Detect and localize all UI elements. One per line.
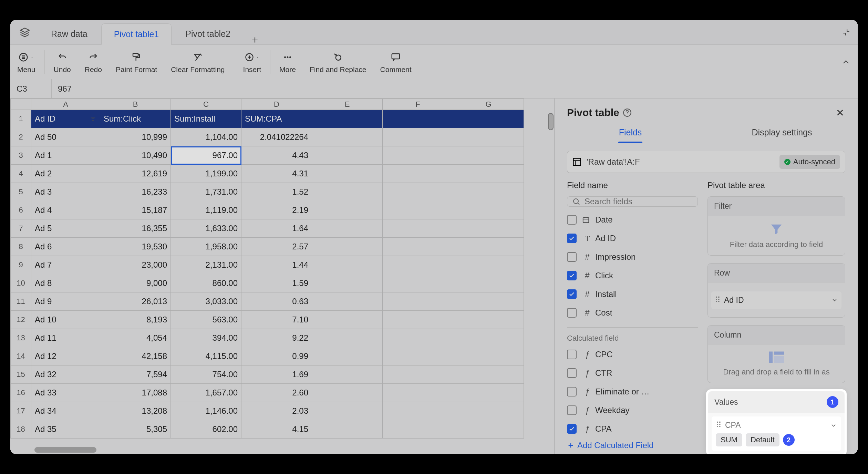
field-name: Date	[595, 215, 613, 225]
field-row[interactable]: ƒ CPA	[567, 421, 698, 436]
field-name: CPC	[595, 350, 613, 359]
field-row[interactable]: T Ad ID	[567, 231, 698, 246]
paint-format-button[interactable]: Paint Format	[109, 45, 164, 79]
checkbox[interactable]	[567, 234, 577, 243]
filter-zone[interactable]: Filter Filter data according to field	[707, 196, 845, 256]
field-type-icon: T	[582, 234, 592, 243]
data-source-range[interactable]: 'Raw data'!A:F ✓Auto-synced	[567, 151, 845, 173]
checkbox[interactable]	[567, 387, 577, 396]
checkbox[interactable]	[567, 424, 577, 434]
tab-raw-data[interactable]: Raw data	[39, 23, 100, 44]
checkbox[interactable]	[567, 350, 577, 359]
calculated-field-label: Calculated field	[567, 327, 698, 343]
field-row[interactable]: # Install	[567, 287, 698, 302]
field-row[interactable]: # Impression	[567, 249, 698, 265]
drag-icon: ⠿	[716, 421, 722, 430]
svg-point-11	[284, 56, 286, 58]
svg-marker-0	[21, 28, 29, 32]
funnel-icon	[769, 222, 783, 236]
checkbox[interactable]	[567, 308, 577, 318]
field-type-icon: #	[582, 252, 592, 262]
cell-reference[interactable]: C3	[10, 79, 52, 98]
layers-icon[interactable]	[14, 27, 35, 38]
add-tab-button[interactable]	[244, 35, 266, 44]
svg-rect-36	[769, 352, 773, 363]
field-type-icon: #	[582, 271, 592, 280]
horizontal-scrollbar[interactable]	[34, 447, 96, 453]
panel-tab-fields[interactable]: Fields	[555, 122, 706, 143]
field-type-icon: #	[582, 289, 592, 299]
checkbox[interactable]	[567, 405, 577, 415]
column-zone[interactable]: Column Drag and drop a field to fill in …	[707, 325, 845, 383]
svg-rect-30	[583, 218, 589, 223]
values-zone[interactable]: Values 1 ⠿ CPA SUM Default	[707, 391, 845, 454]
field-row[interactable]: # Cost	[567, 305, 698, 320]
undo-button[interactable]: Undo	[47, 45, 78, 79]
add-calculated-field-button[interactable]: Add Calculated Field	[567, 441, 698, 450]
field-type-icon: ƒ	[582, 368, 592, 378]
comment-button[interactable]: Comment	[373, 45, 418, 79]
svg-point-13	[289, 56, 291, 58]
find-replace-button[interactable]: Find and Replace	[303, 45, 373, 79]
tab-pivot-table2[interactable]: Pivot table2	[173, 23, 243, 44]
checkbox[interactable]	[567, 252, 577, 262]
field-row[interactable]: ƒ Weekday	[567, 403, 698, 418]
field-name: Install	[595, 289, 617, 299]
svg-rect-25	[574, 158, 581, 166]
redo-button[interactable]: Redo	[78, 45, 109, 79]
svg-rect-17	[392, 54, 400, 59]
checkbox[interactable]	[567, 368, 577, 378]
svg-rect-37	[774, 352, 784, 355]
spreadsheet-grid[interactable]: ABCDEFG1Ad IDSum:ClickSum:InstallSUM:CPA…	[10, 99, 524, 439]
svg-rect-38	[774, 356, 784, 363]
row-zone[interactable]: Row ⠿ Ad ID	[707, 263, 845, 318]
field-row[interactable]: ƒ CPC	[567, 347, 698, 362]
aggregation-pill[interactable]: SUM	[716, 433, 742, 446]
close-icon[interactable]	[835, 107, 845, 118]
field-type-icon	[582, 216, 592, 224]
search-fields-input[interactable]: Search fields	[567, 196, 698, 207]
vertical-scrollbar[interactable]	[548, 113, 554, 130]
checkbox[interactable]	[567, 215, 577, 225]
tab-pivot-table1[interactable]: Pivot table1	[101, 23, 172, 45]
help-icon[interactable]	[623, 108, 632, 117]
annotation-badge-1: 1	[827, 396, 838, 408]
svg-rect-7	[133, 53, 138, 56]
insert-button[interactable]: Insert	[236, 45, 268, 79]
field-name: Ad ID	[595, 234, 616, 243]
field-type-icon: ƒ	[582, 405, 592, 415]
field-name: Click	[595, 271, 613, 280]
field-name-label: Field name	[567, 181, 698, 190]
collapse-toolbar-icon[interactable]	[841, 57, 851, 67]
field-row[interactable]: ƒ Eliminate or …	[567, 384, 698, 399]
chevron-down-icon[interactable]	[831, 297, 838, 303]
field-row[interactable]: # Click	[567, 268, 698, 283]
svg-point-12	[287, 56, 289, 58]
field-type-icon: #	[582, 308, 592, 318]
autosync-badge: ✓Auto-synced	[779, 155, 840, 169]
checkbox[interactable]	[567, 271, 577, 280]
field-name: CTR	[595, 368, 612, 378]
column-icon	[769, 351, 784, 363]
field-type-icon: ƒ	[582, 387, 592, 396]
field-name: Eliminate or …	[595, 387, 649, 396]
field-row[interactable]: Date	[567, 212, 698, 227]
area-label: Pivot table area	[707, 181, 845, 190]
table-icon	[572, 157, 582, 167]
panel-tab-display[interactable]: Display settings	[706, 122, 858, 143]
more-button[interactable]: More	[272, 45, 303, 79]
field-name: Impression	[595, 252, 636, 262]
svg-point-28	[574, 199, 578, 204]
row-chip-ad-id[interactable]: ⠿ Ad ID	[711, 291, 841, 309]
panel-title: Pivot table	[567, 107, 619, 118]
value-chip-cpa[interactable]: ⠿ CPA SUM Default 2	[712, 416, 841, 451]
menu-button[interactable]: Menu	[10, 45, 42, 79]
clear-formatting-button[interactable]: Clear Formatting	[164, 45, 231, 79]
format-pill[interactable]: Default	[746, 433, 779, 446]
checkbox[interactable]	[567, 289, 577, 299]
chevron-down-icon[interactable]	[830, 422, 837, 429]
field-row[interactable]: ƒ CTR	[567, 365, 698, 381]
minimize-icon[interactable]	[842, 28, 851, 37]
formula-input[interactable]: 967	[52, 79, 858, 98]
field-name: Cost	[595, 308, 612, 318]
